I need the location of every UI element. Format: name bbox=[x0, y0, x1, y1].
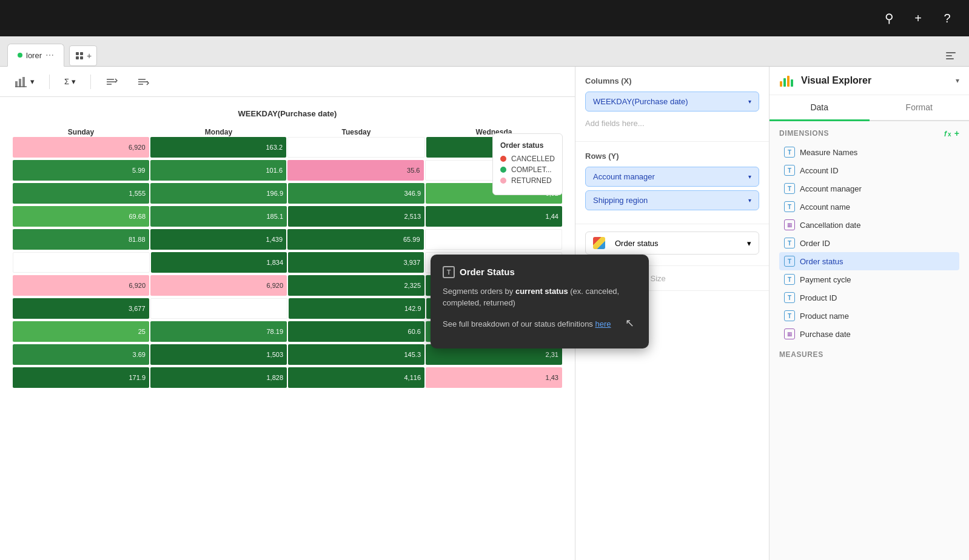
field-icon-t: T bbox=[784, 256, 795, 267]
field-item-cancellation-date[interactable]: ▦Cancellation date bbox=[779, 216, 959, 234]
field-icon-t: T bbox=[784, 165, 795, 176]
heatmap-cell[interactable]: 5.99 bbox=[13, 160, 149, 181]
heatmap-cell[interactable]: 78.19 bbox=[150, 321, 287, 342]
add-icon[interactable]: + bbox=[908, 8, 928, 28]
field-icon-calendar: ▦ bbox=[784, 219, 795, 230]
heatmap-cell[interactable]: 35.6 bbox=[287, 160, 424, 181]
heatmap-cell[interactable]: 3.69 bbox=[13, 344, 149, 365]
aggregate-dropdown: ▾ bbox=[72, 77, 76, 86]
ve-dropdown-icon[interactable]: ▾ bbox=[956, 76, 959, 85]
svg-rect-21 bbox=[787, 76, 790, 87]
tab-data[interactable]: Data bbox=[770, 95, 870, 121]
heatmap-cell[interactable]: 1,503 bbox=[150, 344, 287, 365]
heatmap-cell[interactable]: 196.9 bbox=[150, 183, 287, 204]
heatmap-cell[interactable]: 4,116 bbox=[288, 367, 424, 388]
heatmap-cell[interactable]: 142.9 bbox=[289, 298, 425, 319]
heatmap-cell[interactable]: 145.3 bbox=[288, 344, 424, 365]
field-item-account-name[interactable]: TAccount name bbox=[779, 198, 959, 216]
tab-bar: lorer ⋯ + bbox=[0, 36, 969, 67]
heatmap-cell[interactable]: 1,828 bbox=[150, 367, 287, 388]
columns-add-placeholder[interactable]: Add fields here... bbox=[585, 115, 759, 132]
separator-2 bbox=[90, 75, 91, 89]
columns-field-label: WEEKDAY(Purchase date) bbox=[593, 97, 688, 106]
search-icon[interactable]: ⚲ bbox=[879, 8, 899, 28]
heatmap-cell[interactable]: 1,43 bbox=[426, 367, 562, 388]
svg-rect-22 bbox=[791, 79, 793, 87]
field-item-purchase-date[interactable]: ▦Purchase date bbox=[779, 325, 959, 343]
heatmap-cell[interactable]: 6,920 bbox=[13, 275, 149, 296]
field-item-order-status[interactable]: TOrder status bbox=[779, 252, 959, 270]
collapse-panel-button[interactable] bbox=[940, 47, 962, 66]
completed-dot bbox=[500, 167, 506, 173]
tooltip-here-link[interactable]: here bbox=[595, 319, 611, 328]
svg-rect-3 bbox=[80, 56, 83, 59]
tab-format[interactable]: Format bbox=[870, 95, 970, 121]
heatmap-row: 69.68185.12,5131,44 bbox=[12, 205, 563, 227]
svg-rect-20 bbox=[783, 78, 786, 87]
heatmap-cell[interactable]: 60.6 bbox=[288, 321, 424, 342]
new-tab-button[interactable]: + bbox=[69, 45, 97, 66]
field-item-measure-names[interactable]: TMeasure Names bbox=[779, 143, 959, 161]
field-icon-t: T bbox=[784, 292, 795, 303]
heatmap-cell[interactable]: 2,513 bbox=[288, 206, 424, 227]
columns-field-chevron: ▾ bbox=[748, 98, 751, 105]
fx-button[interactable]: fx + bbox=[944, 128, 959, 138]
heatmap-cell[interactable]: 163.2 bbox=[150, 137, 287, 158]
field-item-payment-cycle[interactable]: TPayment cycle bbox=[779, 270, 959, 288]
heatmap-cell[interactable] bbox=[150, 298, 288, 319]
ve-header: Visual Explorer ▾ bbox=[770, 67, 969, 95]
columns-field-pill[interactable]: WEEKDAY(Purchase date) ▾ bbox=[585, 92, 759, 112]
account-manager-label: Account manager bbox=[593, 172, 655, 181]
svg-rect-0 bbox=[76, 52, 79, 55]
chart-title: WEEKDAY(Purchase date) bbox=[12, 109, 563, 118]
field-item-account-id[interactable]: TAccount ID bbox=[779, 161, 959, 179]
legend-completed: COMPLET... bbox=[500, 165, 555, 174]
heatmap-cell[interactable]: 1,439 bbox=[150, 229, 287, 250]
color-field-pill[interactable]: Order status ▾ bbox=[585, 232, 759, 255]
heatmap-cell[interactable]: 1,834 bbox=[151, 252, 287, 273]
rows-section: Rows (Y) Account manager ▾ Shipping regi… bbox=[575, 142, 769, 224]
heatmap-cell[interactable]: 1,555 bbox=[13, 183, 149, 204]
aggregate-button[interactable]: Σ ▾ bbox=[59, 75, 81, 88]
heatmap-cell[interactable]: 3,677 bbox=[13, 298, 149, 319]
field-item-account-manager[interactable]: TAccount manager bbox=[779, 179, 959, 198]
columns-section: Columns (X) WEEKDAY(Purchase date) ▾ Add… bbox=[575, 67, 769, 142]
field-item-product-name[interactable]: TProduct name bbox=[779, 307, 959, 325]
field-item-product-id[interactable]: TProduct ID bbox=[779, 288, 959, 307]
explorer-tab[interactable]: lorer ⋯ bbox=[7, 44, 64, 67]
tab-label: lorer bbox=[26, 51, 42, 60]
rows-field-account-manager[interactable]: Account manager ▾ bbox=[585, 167, 759, 187]
heatmap-cell[interactable]: 171.9 bbox=[13, 367, 149, 388]
heatmap-cell[interactable]: 346.9 bbox=[288, 183, 424, 204]
rows-field-shipping-region[interactable]: Shipping region ▾ bbox=[585, 190, 759, 210]
heatmap-cell[interactable] bbox=[13, 252, 150, 273]
tab-more-icon[interactable]: ⋯ bbox=[45, 50, 54, 60]
heatmap-cell[interactable]: 6,920 bbox=[150, 275, 287, 296]
chart-type-button[interactable]: ▾ bbox=[10, 74, 39, 90]
heatmap-cell[interactable] bbox=[287, 137, 425, 158]
sort-desc-button[interactable] bbox=[132, 74, 154, 90]
heatmap-cell[interactable]: 1,44 bbox=[426, 206, 562, 227]
color-icon bbox=[593, 237, 605, 249]
heatmap-cell[interactable]: 3,937 bbox=[288, 252, 424, 273]
heatmap-cell[interactable]: 101.6 bbox=[150, 160, 287, 181]
heatmap-cell[interactable]: 185.1 bbox=[150, 206, 287, 227]
field-icon-t: T bbox=[784, 238, 795, 248]
heatmap-cell[interactable]: 25 bbox=[13, 321, 149, 342]
heatmap-cell[interactable]: 81.88 bbox=[13, 229, 149, 250]
heatmap-cell[interactable]: 69.68 bbox=[13, 206, 149, 227]
field-label: Order ID bbox=[800, 239, 830, 248]
color-chevron: ▾ bbox=[747, 239, 751, 248]
field-item-order-id[interactable]: TOrder ID bbox=[779, 234, 959, 252]
dimensions-section-header: Dimensions fx + bbox=[779, 128, 959, 138]
heatmap-cell[interactable] bbox=[425, 229, 563, 250]
main-layout: ▾ Σ ▾ WEEKDAY(Purchase date) Sunday Mond… bbox=[0, 67, 969, 560]
completed-label: COMPLET... bbox=[511, 165, 552, 174]
svg-text:x: x bbox=[948, 131, 951, 138]
heatmap-cell[interactable]: 65.99 bbox=[287, 229, 424, 250]
heatmap-cell[interactable]: 6,920 bbox=[13, 137, 149, 158]
field-label: Measure Names bbox=[800, 148, 857, 157]
help-icon[interactable]: ? bbox=[937, 8, 957, 28]
heatmap-cell[interactable]: 2,325 bbox=[288, 275, 424, 296]
sort-asc-button[interactable] bbox=[101, 74, 122, 90]
